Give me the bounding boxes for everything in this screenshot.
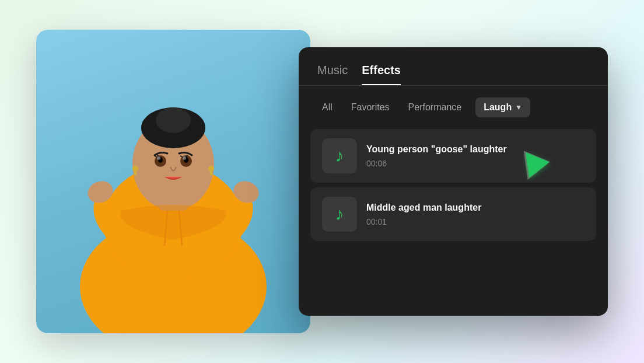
- person-illustration: [51, 41, 296, 333]
- sound-duration-1: 00:06: [366, 159, 584, 168]
- tab-effects[interactable]: Effects: [362, 64, 401, 85]
- svg-point-10: [132, 166, 138, 172]
- filter-all[interactable]: All: [317, 100, 337, 115]
- music-note-icon-2: ♪: [335, 204, 344, 224]
- sound-thumb-2: ♪: [322, 197, 357, 232]
- sound-title-2: Middle aged man laughter: [366, 202, 584, 214]
- sound-info-1: Young person "goose" laughter 00:06: [366, 144, 584, 169]
- svg-point-16: [208, 166, 214, 172]
- sound-thumb-1: ♪: [322, 138, 357, 173]
- tab-music[interactable]: Music: [317, 64, 348, 85]
- svg-point-18: [157, 156, 160, 160]
- sound-list: ♪ Young person "goose" laughter 00:06: [299, 129, 608, 316]
- sound-duration-2: 00:01: [366, 217, 584, 226]
- filter-laugh[interactable]: Laugh ▼: [475, 97, 530, 117]
- music-note-icon-1: ♪: [335, 146, 344, 166]
- sound-item-2[interactable]: ♪ Middle aged man laughter 00:01: [310, 187, 596, 241]
- svg-point-19: [183, 156, 186, 160]
- play-cursor: [527, 151, 550, 176]
- filter-row: All Favorites Performance Laugh ▼: [299, 86, 608, 129]
- tab-bar: Music Effects: [299, 47, 608, 86]
- photo-card: [36, 30, 310, 333]
- filter-favorites[interactable]: Favorites: [346, 100, 394, 115]
- filter-performance[interactable]: Performance: [404, 100, 467, 115]
- person-image: [36, 30, 310, 333]
- chevron-down-icon: ▼: [515, 103, 522, 111]
- sound-item-1[interactable]: ♪ Young person "goose" laughter 00:06: [310, 129, 596, 183]
- svg-point-5: [156, 107, 191, 133]
- scene: Music Effects All Favorites Performance …: [36, 18, 608, 345]
- svg-rect-11: [134, 171, 136, 176]
- svg-rect-17: [210, 171, 212, 176]
- sound-title-1: Young person "goose" laughter: [366, 144, 584, 156]
- effects-panel: Music Effects All Favorites Performance …: [299, 47, 608, 316]
- sound-info-2: Middle aged man laughter 00:01: [366, 202, 584, 227]
